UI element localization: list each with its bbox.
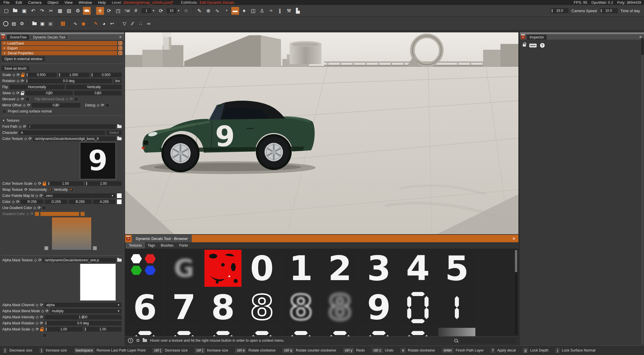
folder-browse-icon[interactable]: [117, 259, 122, 262]
texture-tile-lcd8[interactable]: [126, 328, 163, 336]
menu-edit[interactable]: Edit: [16, 0, 22, 5]
texture-tile-lcd-1[interactable]: [438, 289, 475, 326]
flip-mirrored-decal-checkbox[interactable]: [74, 97, 78, 101]
add-icon[interactable]: ⊕: [204, 7, 212, 15]
keyframe-diamond-icon[interactable]: ◇: [36, 321, 38, 325]
keyframe-diamond-icon[interactable]: ◇: [12, 73, 15, 77]
keyframe-diamond-icon[interactable]: ◇: [41, 309, 44, 313]
skew-y-field[interactable]: 0.00: [74, 91, 122, 95]
bucket-icon[interactable]: ▽: [121, 20, 128, 27]
camera-speed-field[interactable]: 33.0: [551, 8, 569, 13]
lock-ratio-icon[interactable]: [21, 93, 24, 95]
tab-tags[interactable]: Tags: [145, 243, 157, 248]
save-muted-icon[interactable]: ▣: [47, 20, 54, 27]
texture-tile-lcd8[interactable]: [165, 328, 202, 336]
gradient-handle-right[interactable]: [93, 246, 97, 250]
rotate-icon[interactable]: ⟳: [105, 7, 113, 15]
keyframe-diamond-icon[interactable]: ◇: [17, 79, 19, 83]
reset-icon[interactable]: ⟳: [27, 103, 30, 107]
alpha-mask-intensity-slider[interactable]: 1.000: [44, 315, 122, 319]
scale-y-field[interactable]: 1.000: [58, 73, 89, 77]
tab-fonts[interactable]: Fonts: [177, 243, 191, 248]
section-decal-properties[interactable]: ∨Decal Properties ?: [1, 51, 122, 55]
browser-title-tab[interactable]: Dynamic Decals Tool - Browser: [132, 235, 192, 242]
lock-ratio-icon[interactable]: [43, 183, 46, 186]
dock-filter-icon[interactable]: ▼: [126, 236, 130, 241]
color-g-field[interactable]: G:255: [45, 199, 67, 204]
color-swatch[interactable]: [117, 199, 122, 204]
redo-icon[interactable]: ↷: [38, 7, 46, 15]
keyframe-diamond-icon[interactable]: ◇: [12, 200, 15, 204]
save-icon[interactable]: ▣: [20, 7, 28, 15]
slider-grip[interactable]: [86, 182, 87, 185]
scale-icon[interactable]: ◳: [114, 7, 122, 15]
slider-grip[interactable]: [49, 91, 50, 95]
decal-roller-icon[interactable]: ▬: [231, 7, 239, 15]
keyframe-diamond-icon[interactable]: ◇: [36, 315, 38, 319]
keyframe-diamond-icon[interactable]: ◇: [19, 125, 21, 129]
settings-icon[interactable]: ⚙: [74, 7, 82, 15]
reset-icon[interactable]: ⟳: [38, 206, 41, 210]
hatch-icon[interactable]: ∕∕: [129, 20, 136, 27]
slider-grip[interactable]: [46, 328, 47, 331]
menu-view[interactable]: View: [64, 0, 72, 5]
keyframe-diamond-icon[interactable]: ◇: [12, 91, 15, 95]
world-icon[interactable]: ↑w: [123, 7, 131, 15]
clipped-checkbox[interactable]: [43, 333, 47, 337]
snap-grid-icon[interactable]: #: [132, 7, 140, 15]
project-normal-checkbox[interactable]: [2, 109, 6, 113]
keyframe-diamond-icon[interactable]: ◇: [36, 303, 38, 307]
spline-icon[interactable]: ∿: [213, 7, 221, 15]
slider-grip[interactable]: [55, 103, 57, 107]
grid-scrollbar[interactable]: [515, 250, 517, 334]
slider-grip[interactable]: [26, 79, 27, 83]
texture-tile-digit-blur2-8[interactable]: 8: [321, 289, 358, 326]
mesh-icon[interactable]: ◫: [249, 7, 257, 15]
forest-icon[interactable]: ♠: [240, 7, 248, 15]
texture-tile-red-splat[interactable]: [204, 250, 241, 287]
terrain-icon[interactable]: ≈: [267, 7, 275, 15]
close-icon[interactable]: ✕: [512, 236, 518, 241]
menu-window[interactable]: Window: [79, 0, 92, 5]
tab-brushes[interactable]: Brushes: [158, 243, 176, 248]
texture-tile-digit-5[interactable]: 5: [438, 250, 475, 287]
section-load-save[interactable]: >Load/Save ?: [1, 41, 122, 45]
paste-icon[interactable]: ▤: [65, 7, 73, 15]
inspector-scrollbar[interactable]: [641, 38, 643, 345]
dots-icon[interactable]: ∴: [137, 20, 144, 27]
dock-filter-icon[interactable]: ▼: [521, 34, 525, 39]
slider-grip[interactable]: [601, 9, 602, 12]
reset-icon[interactable]: ⟳: [40, 315, 43, 319]
new-badge[interactable]: NEW: [529, 44, 537, 47]
gradient-bar[interactable]: [40, 212, 79, 216]
scrollbar-thumb[interactable]: [515, 250, 517, 272]
help-icon[interactable]: ?: [128, 338, 133, 343]
alpha-mask-texture-path-field[interactable]: /art/dynamicDecals/textures/_one.p: [43, 258, 116, 262]
slider-grip[interactable]: [59, 73, 60, 77]
color-texture-scale-y-field[interactable]: 1.00: [85, 181, 122, 186]
lock-icon[interactable]: [523, 44, 526, 47]
character-icon[interactable]: ♙: [258, 7, 266, 15]
alpha-mask-channel-dropdown[interactable]: alpha▼: [44, 303, 122, 307]
save-icon[interactable]: ▣: [39, 20, 46, 27]
character-field[interactable]: A: [19, 130, 105, 135]
undo-arc-icon[interactable]: ↩: [109, 20, 116, 27]
reset-icon[interactable]: ⟳: [16, 73, 20, 77]
slider-grip[interactable]: [92, 73, 93, 77]
color-texture-path-field[interactable]: /art/dynamicDecals/textures/digit_basic_…: [33, 136, 116, 141]
dome-icon[interactable]: ◔: [222, 7, 230, 15]
reset-icon[interactable]: ⟳: [24, 187, 27, 192]
mirrored-checkbox[interactable]: [25, 97, 29, 101]
road-icon[interactable]: ∥: [276, 7, 284, 15]
reset-icon[interactable]: ⟳: [36, 327, 39, 331]
draw-icon[interactable]: ✎: [196, 7, 203, 15]
menu-help[interactable]: Help: [98, 0, 106, 5]
help-button[interactable]: ?: [118, 51, 122, 55]
tab-textures[interactable]: Textures: [126, 243, 144, 248]
tab-scenetree[interactable]: SceneTree: [7, 35, 29, 40]
link-icon[interactable]: ∞: [145, 20, 152, 27]
keyframe-diamond-icon[interactable]: ◇: [34, 258, 37, 262]
gradient-handle-left[interactable]: [44, 246, 48, 250]
alpha-mask-blend-dropdown[interactable]: multiply▼: [50, 309, 122, 313]
close-icon[interactable]: ✕: [119, 35, 124, 40]
